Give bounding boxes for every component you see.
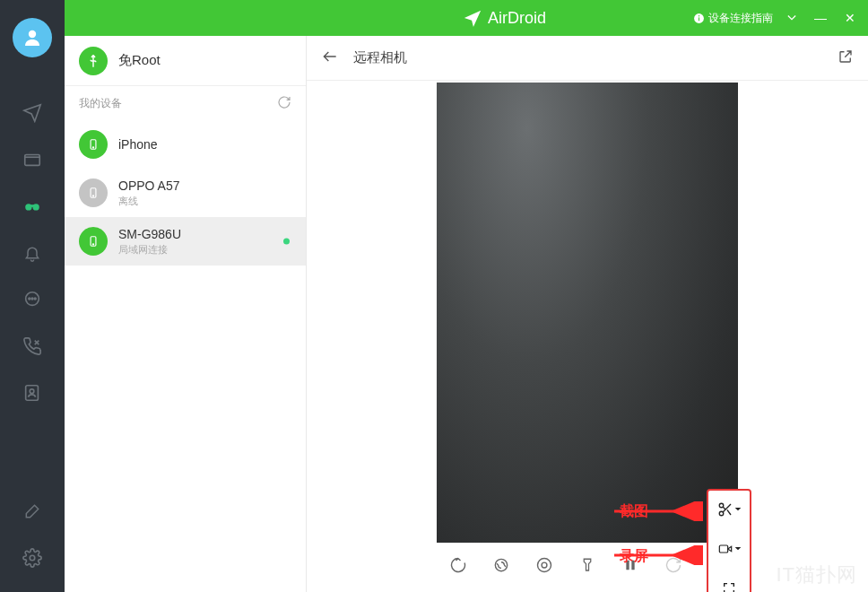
flashlight-button[interactable] [571, 549, 603, 581]
popout-button[interactable] [838, 48, 854, 68]
chat-icon [22, 290, 42, 309]
rail-call[interactable] [14, 328, 50, 364]
avatar[interactable] [13, 18, 52, 57]
camera-viewer: 截图 录屏 IT猫扑网 [307, 81, 868, 592]
page-title: 远程相机 [353, 49, 823, 66]
folder-icon [22, 150, 42, 170]
phone-device-icon [87, 235, 100, 248]
phone-missed-icon [22, 336, 42, 356]
root-label: 免Root [118, 52, 161, 69]
user-icon [22, 27, 43, 48]
app-logo: AirDroid [463, 8, 546, 28]
section-label: 我的设备 [79, 96, 122, 111]
svg-point-16 [92, 147, 93, 148]
flashlight-icon [579, 556, 595, 574]
fullscreen-icon [722, 581, 736, 592]
svg-point-10 [30, 389, 34, 394]
online-dot-icon [283, 239, 290, 245]
edit-icon [23, 502, 41, 520]
content-area: 远程相机 [307, 36, 868, 592]
device-status: 离线 [118, 195, 291, 208]
rotate-icon [449, 556, 467, 574]
rail-folder[interactable] [14, 142, 50, 178]
external-link-icon [838, 48, 854, 65]
device-item-samsung[interactable]: SM-G986U 局域网连接 [65, 217, 306, 266]
device-item-iphone[interactable]: iPhone [65, 120, 306, 169]
bell-icon [23, 243, 41, 263]
rotate-button[interactable] [442, 549, 474, 581]
binoculars-icon [22, 196, 42, 216]
main-area: AirDroid 设备连接指南 — ✕ 免Ro [65, 0, 868, 592]
svg-point-14 [699, 15, 699, 16]
caret-down-icon [787, 13, 796, 22]
guide-text: 设备连接指南 [708, 11, 773, 26]
device-panel: 免Root 我的设备 iPhone [65, 36, 307, 592]
phone-device-icon [87, 138, 100, 151]
device-icon [79, 130, 108, 159]
svg-rect-13 [699, 17, 699, 21]
usb-icon [86, 54, 100, 68]
device-name: SM-G986U [118, 227, 291, 241]
phone-device-icon [87, 187, 100, 199]
watermark: IT猫扑网 [776, 562, 857, 588]
svg-point-0 [29, 30, 36, 38]
scissors-icon [717, 501, 733, 518]
content-header: 远程相机 [307, 36, 868, 81]
minimize-button[interactable]: — [811, 11, 830, 25]
device-icon [79, 227, 108, 256]
close-button[interactable]: ✕ [841, 11, 859, 25]
device-status: 局域网连接 [118, 243, 291, 257]
focus-button[interactable] [528, 549, 560, 581]
screenshot-button[interactable] [711, 496, 747, 523]
caret-down-icon [734, 506, 742, 513]
paper-plane-icon [22, 103, 42, 123]
tool-popover [707, 489, 751, 592]
annotation-record: 录屏 [620, 547, 648, 566]
svg-point-20 [92, 244, 93, 245]
contact-icon [22, 383, 42, 403]
connection-guide-link[interactable]: 设备连接指南 [693, 11, 773, 26]
device-name: iPhone [118, 137, 291, 152]
annotation-screenshot: 截图 [620, 502, 648, 521]
svg-point-8 [34, 298, 36, 300]
switch-camera-icon [492, 556, 510, 574]
svg-rect-1 [25, 155, 40, 166]
rail-notify[interactable] [14, 235, 50, 271]
record-button[interactable] [711, 535, 747, 562]
svg-point-7 [31, 298, 33, 300]
root-mode-row[interactable]: 免Root [65, 36, 306, 86]
rail-settings[interactable] [14, 540, 50, 576]
svg-point-11 [30, 555, 35, 561]
root-badge [79, 47, 108, 75]
airdroid-logo-icon [463, 8, 482, 28]
svg-point-23 [542, 562, 547, 568]
svg-point-6 [29, 298, 30, 300]
info-icon [693, 13, 705, 24]
left-rail [0, 0, 65, 592]
svg-point-22 [538, 559, 551, 572]
device-item-oppo[interactable]: OPPO A57 离线 [65, 169, 306, 217]
device-name: OPPO A57 [118, 178, 291, 193]
aperture-icon [535, 556, 553, 574]
rail-chat[interactable] [14, 282, 50, 318]
rail-edit[interactable] [14, 493, 50, 529]
gear-icon [22, 548, 42, 568]
caret-down-icon [734, 545, 742, 553]
arrow-left-icon [321, 48, 339, 65]
svg-point-18 [92, 196, 93, 196]
video-icon [717, 542, 733, 556]
svg-rect-31 [719, 545, 727, 553]
titlebar-dropdown[interactable] [784, 11, 800, 25]
rail-discover[interactable] [14, 188, 50, 224]
svg-point-21 [495, 559, 507, 570]
camera-feed [437, 83, 738, 543]
refresh-devices-button[interactable] [277, 95, 291, 112]
rail-contacts[interactable] [14, 375, 50, 411]
devices-section-header: 我的设备 [65, 86, 306, 120]
fullscreen-button[interactable] [711, 575, 747, 592]
rail-send[interactable] [14, 95, 50, 131]
svg-rect-4 [30, 205, 35, 207]
back-button[interactable] [321, 48, 339, 69]
device-icon [79, 178, 108, 207]
switch-camera-button[interactable] [485, 549, 517, 581]
